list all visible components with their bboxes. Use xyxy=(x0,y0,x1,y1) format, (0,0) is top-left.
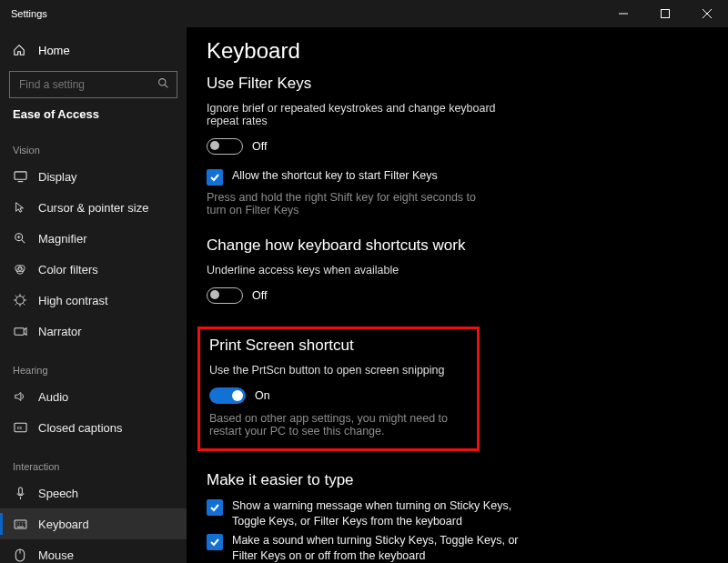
section-printscreen: Print Screen shortcut Use the PrtScn but… xyxy=(197,327,480,451)
sidebar-item-closedcaptions[interactable]: cc Closed captions xyxy=(0,412,187,443)
search-input[interactable] xyxy=(9,71,177,98)
titlebar: Settings xyxy=(0,0,728,27)
svg-point-37 xyxy=(21,524,22,525)
sidebar-item-highcontrast[interactable]: High contrast xyxy=(0,285,187,316)
sidebar-item-cursor[interactable]: Cursor & pointer size xyxy=(0,192,187,223)
sidebar-item-label: Audio xyxy=(38,390,68,404)
warning-checkbox[interactable] xyxy=(207,499,223,516)
underline-toggle[interactable]: Off xyxy=(207,287,267,304)
sidebar-item-label: Mouse xyxy=(38,548,74,562)
sidebar-item-label: Narrator xyxy=(38,325,82,338)
sidebar-item-audio[interactable]: Audio xyxy=(0,381,187,412)
keyboard-icon xyxy=(11,519,29,529)
allow-shortcut-label: Allow the shortcut key to start Filter K… xyxy=(232,168,438,184)
sound-label: Make a sound when turning Sticky Keys, T… xyxy=(232,533,534,563)
sidebar-item-colorfilters[interactable]: Color filters xyxy=(0,254,187,285)
maximize-button[interactable] xyxy=(644,0,686,27)
sidebar-item-label: Closed captions xyxy=(38,421,123,435)
page-title: Keyboard xyxy=(207,38,701,64)
svg-line-20 xyxy=(15,296,17,297)
section-easier: Make it easier to type Show a warning me… xyxy=(207,471,701,563)
sidebar-item-speech[interactable]: Speech xyxy=(0,478,187,508)
svg-point-35 xyxy=(16,524,17,525)
sidebar-item-label: Color filters xyxy=(38,263,98,276)
close-button[interactable] xyxy=(686,0,728,27)
svg-line-22 xyxy=(24,296,25,297)
content: Keyboard Use Filter Keys Ignore brief or… xyxy=(187,27,728,563)
filter-keys-heading: Use Filter Keys xyxy=(207,75,701,93)
svg-point-34 xyxy=(24,522,25,523)
shortcuts-desc: Underline access keys when available xyxy=(207,264,498,276)
svg-text:cc: cc xyxy=(16,425,22,430)
sidebar-item-label: High contrast xyxy=(38,294,108,307)
sidebar-item-label: Speech xyxy=(38,487,78,500)
toggle-off-icon xyxy=(207,287,243,304)
svg-point-15 xyxy=(16,297,25,305)
group-hearing: Hearing xyxy=(0,347,187,381)
section-filter-keys: Use Filter Keys Ignore brief or repeated… xyxy=(207,75,701,216)
filter-keys-toggle[interactable]: Off xyxy=(207,138,267,155)
svg-line-23 xyxy=(15,304,17,306)
narrator-icon xyxy=(11,326,29,337)
color-filters-icon xyxy=(11,263,29,276)
printscreen-heading: Print Screen shortcut xyxy=(209,337,468,355)
filter-keys-desc: Ignore brief or repeated keystrokes and … xyxy=(207,102,498,127)
printscreen-toggle[interactable]: On xyxy=(209,387,270,404)
speech-icon xyxy=(11,487,29,500)
toggle-on-icon xyxy=(209,387,246,404)
window-title: Settings xyxy=(0,8,47,19)
toggle-state: Off xyxy=(252,289,267,302)
sidebar-item-mouse[interactable]: Mouse xyxy=(0,539,187,563)
sound-checkbox[interactable] xyxy=(207,534,223,550)
sidebar-item-label: Keyboard xyxy=(38,518,89,531)
printscreen-note: Based on other app settings, you might n… xyxy=(209,412,468,437)
svg-point-31 xyxy=(16,522,17,523)
sidebar-item-label: Cursor & pointer size xyxy=(38,201,148,215)
toggle-state: On xyxy=(255,389,270,402)
sidebar-item-label: Display xyxy=(38,170,77,184)
sidebar-item-magnifier[interactable]: Magnifier xyxy=(0,223,187,254)
high-contrast-icon xyxy=(11,294,29,307)
group-vision: Vision xyxy=(0,126,187,161)
printscreen-desc: Use the PrtScn button to open screen sni… xyxy=(209,364,468,377)
minimize-button[interactable] xyxy=(602,0,644,27)
closed-captions-icon: cc xyxy=(11,422,29,433)
svg-line-9 xyxy=(22,240,25,244)
allow-shortcut-sub: Press and hold the right Shift key for e… xyxy=(207,191,498,216)
easier-heading: Make it easier to type xyxy=(207,471,701,489)
svg-point-4 xyxy=(159,79,166,85)
svg-line-21 xyxy=(24,304,25,306)
home-icon xyxy=(11,44,27,56)
svg-point-32 xyxy=(19,522,20,523)
sidebar-item-label: Magnifier xyxy=(38,232,86,246)
warning-label: Show a warning message when turning on S… xyxy=(232,498,534,529)
svg-point-33 xyxy=(21,522,22,523)
svg-point-36 xyxy=(19,524,20,525)
toggle-state: Off xyxy=(252,140,267,153)
section-shortcuts: Change how keyboard shortcuts work Under… xyxy=(207,236,701,307)
home-label: Home xyxy=(38,44,70,57)
audio-icon xyxy=(11,390,29,403)
search-icon xyxy=(157,77,169,92)
group-interaction: Interaction xyxy=(0,443,187,478)
sidebar-item-home[interactable]: Home xyxy=(0,35,187,65)
mouse-icon xyxy=(11,548,29,562)
svg-rect-27 xyxy=(18,488,22,494)
sidebar-item-narrator[interactable]: Narrator xyxy=(0,316,187,347)
cursor-icon xyxy=(11,201,29,214)
display-icon xyxy=(11,171,29,183)
svg-rect-6 xyxy=(15,171,26,178)
category-heading: Ease of Access xyxy=(0,107,187,126)
allow-shortcut-checkbox[interactable] xyxy=(207,169,223,186)
svg-rect-1 xyxy=(662,10,670,18)
svg-rect-24 xyxy=(15,327,24,334)
sidebar: Home Ease of Access Vision Display Curso… xyxy=(0,27,187,563)
magnifier-icon xyxy=(11,232,29,245)
sidebar-item-display[interactable]: Display xyxy=(0,161,187,192)
search-field[interactable] xyxy=(17,77,157,92)
svg-line-5 xyxy=(165,85,167,87)
toggle-off-icon xyxy=(207,138,243,155)
sidebar-item-keyboard[interactable]: Keyboard xyxy=(0,508,187,539)
shortcuts-heading: Change how keyboard shortcuts work xyxy=(207,236,701,255)
